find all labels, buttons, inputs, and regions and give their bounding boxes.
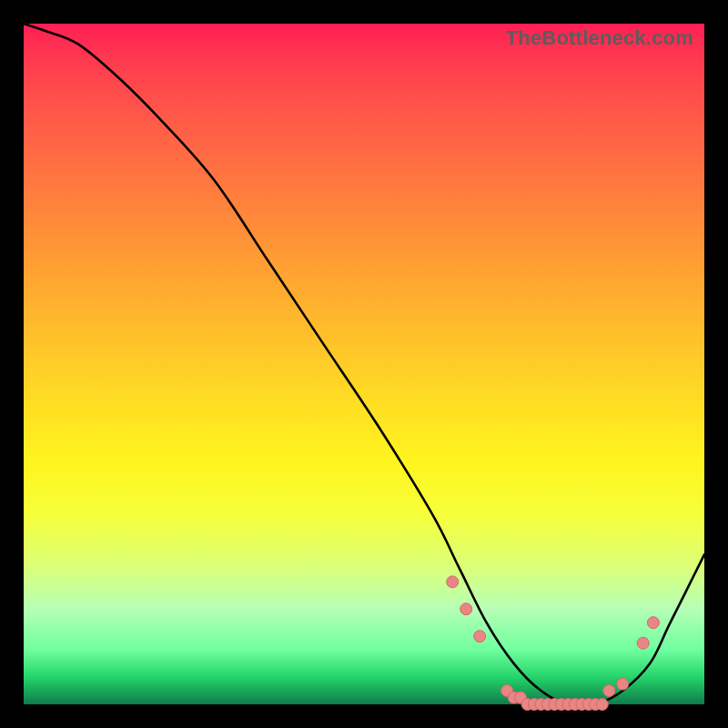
chart-svg <box>24 24 704 704</box>
trough-dot <box>555 699 567 711</box>
trough-dot <box>562 699 574 711</box>
trough-dot <box>569 699 581 711</box>
trough-dot <box>576 699 588 711</box>
chart-stage: TheBottleneck.com <box>0 0 728 728</box>
trough-dot <box>603 685 615 697</box>
trough-dot <box>521 699 533 711</box>
trough-dot <box>617 678 629 690</box>
attribution-watermark: TheBottleneck.com <box>506 26 693 50</box>
trough-dot <box>501 685 513 697</box>
trough-dot <box>647 617 659 629</box>
trough-dot <box>549 699 561 711</box>
trough-dot <box>474 631 486 642</box>
bottleneck-curve-path <box>24 24 704 706</box>
trough-dot <box>582 699 594 711</box>
trough-dot <box>515 692 527 703</box>
trough-dot <box>596 699 608 711</box>
trough-dot <box>542 699 554 711</box>
trough-dot <box>590 699 602 711</box>
trough-dots-group <box>447 576 660 711</box>
trough-dot <box>460 603 472 615</box>
trough-dot <box>508 692 520 703</box>
trough-dot <box>535 699 547 711</box>
trough-dot <box>447 576 459 588</box>
plot-area: TheBottleneck.com <box>24 24 704 704</box>
trough-dot <box>529 699 541 711</box>
trough-dot <box>637 637 649 649</box>
